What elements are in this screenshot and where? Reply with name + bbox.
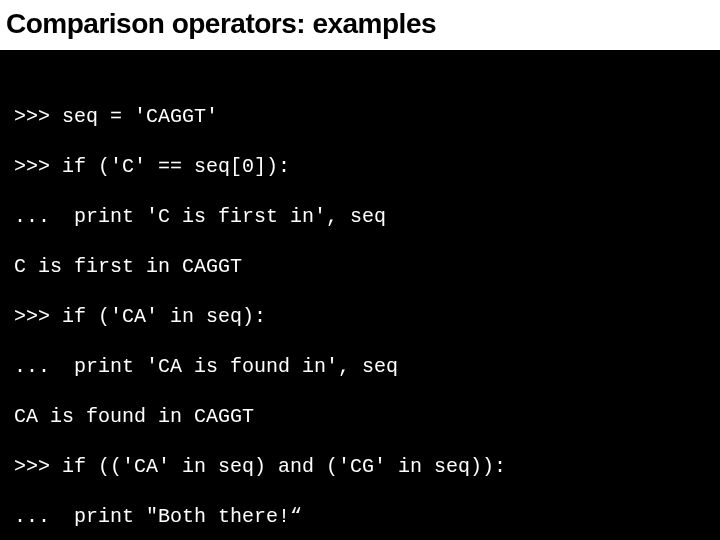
title-bar: Comparison operators: examples — [0, 0, 720, 51]
code-line: >>> seq = 'CAGGT' — [14, 104, 706, 129]
code-line: ... print 'CA is found in', seq — [14, 354, 706, 379]
code-line: >>> if ('CA' in seq): — [14, 304, 706, 329]
code-line: ... print 'C is first in', seq — [14, 204, 706, 229]
code-line: C is first in CAGGT — [14, 254, 706, 279]
code-line: >>> if ('C' == seq[0]): — [14, 154, 706, 179]
slide-title: Comparison operators: examples — [6, 8, 710, 40]
code-line: ... print "Both there!“ — [14, 504, 706, 529]
code-line: CA is found in CAGGT — [14, 404, 706, 429]
terminal-block: >>> seq = 'CAGGT' >>> if ('C' == seq[0])… — [0, 51, 720, 540]
code-line: >>> if (('CA' in seq) and ('CG' in seq))… — [14, 454, 706, 479]
